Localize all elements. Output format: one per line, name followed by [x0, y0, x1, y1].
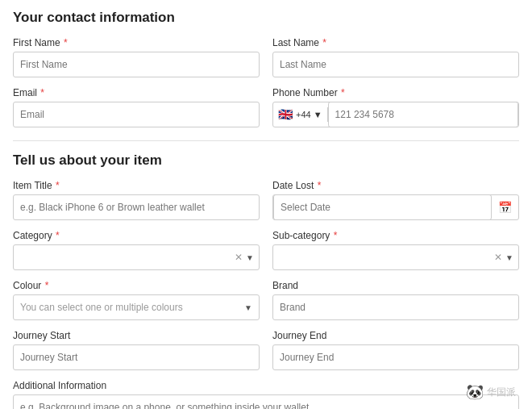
flag-dropdown-icon[interactable]: ▼ — [314, 110, 322, 119]
journey-end-group: Journey End — [272, 330, 519, 370]
first-name-group: First Name * — [13, 37, 260, 77]
subcategory-arrow-icon[interactable]: ▼ — [505, 253, 513, 262]
contact-title: Your contact information — [13, 10, 519, 26]
item-title-input[interactable] — [13, 194, 260, 220]
brand-group: Brand — [272, 280, 519, 320]
email-group: Email * — [13, 87, 260, 127]
colour-label: Colour * — [13, 280, 260, 291]
calendar-icon[interactable]: 📅 — [492, 201, 518, 214]
brand-label: Brand — [272, 280, 519, 291]
journey-end-input[interactable] — [272, 344, 519, 370]
phone-label: Phone Number * — [272, 87, 519, 98]
colour-group: Colour * You can select one or multiple … — [13, 280, 260, 320]
subcategory-group: Sub-category * ✕ ▼ — [272, 230, 519, 270]
flag-icon: 🇬🇧 — [278, 107, 293, 122]
journey-row: Journey Start Journey End — [13, 330, 519, 370]
subcategory-label: Sub-category * — [272, 230, 519, 241]
last-name-label: Last Name * — [272, 37, 519, 48]
date-lost-group: Date Lost * 📅 — [272, 180, 519, 220]
category-group: Category * ✕ ▼ — [13, 230, 260, 270]
first-name-label: First Name * — [13, 37, 260, 48]
last-name-input[interactable] — [272, 52, 519, 77]
last-name-group: Last Name * — [272, 37, 519, 77]
watermark: 🐼 华国派 — [466, 383, 516, 401]
additional-info-label: Additional Information — [13, 380, 519, 391]
category-arrow-icon[interactable]: ▼ — [246, 253, 254, 262]
phone-wrapper: 🇬🇧 +44 ▼ — [272, 102, 519, 127]
category-label: Category * — [13, 230, 260, 241]
first-name-input[interactable] — [13, 52, 260, 77]
journey-start-group: Journey Start — [13, 330, 260, 370]
email-label: Email * — [13, 87, 260, 98]
item-title-label: Item Title * — [13, 180, 260, 191]
colour-placeholder: You can select one or multiple colours — [20, 302, 244, 313]
item-title-row: Item Title * Date Lost * 📅 — [13, 180, 519, 220]
item-title-group: Item Title * — [13, 180, 260, 220]
section-divider — [13, 140, 519, 141]
additional-info-group: Additional Information 0 / 500 — [13, 380, 519, 409]
date-input[interactable] — [273, 194, 492, 220]
colour-brand-row: Colour * You can select one or multiple … — [13, 280, 519, 320]
brand-input[interactable] — [272, 294, 519, 320]
phone-input[interactable] — [328, 102, 518, 127]
phone-flag[interactable]: 🇬🇧 +44 ▼ — [273, 107, 328, 122]
phone-group: Phone Number * 🇬🇧 +44 ▼ — [272, 87, 519, 127]
category-select[interactable]: ✕ ▼ — [13, 244, 260, 270]
additional-info-textarea[interactable] — [13, 394, 519, 409]
journey-start-label: Journey Start — [13, 330, 260, 341]
watermark-icon: 🐼 — [466, 383, 484, 401]
journey-start-input[interactable] — [13, 344, 260, 370]
contact-row: Email * Phone Number * 🇬🇧 +44 ▼ — [13, 87, 519, 127]
name-row: First Name * Last Name * — [13, 37, 519, 77]
category-row: Category * ✕ ▼ Sub-category * ✕ ▼ — [13, 230, 519, 270]
subcategory-select[interactable]: ✕ ▼ — [272, 244, 519, 270]
item-title: Tell us about your item — [13, 152, 519, 169]
colour-arrow-icon[interactable]: ▼ — [244, 303, 252, 312]
email-input[interactable] — [13, 102, 260, 127]
category-clear-icon[interactable]: ✕ — [235, 252, 243, 263]
colour-select[interactable]: You can select one or multiple colours ▼ — [13, 294, 260, 320]
subcategory-clear-icon[interactable]: ✕ — [494, 252, 502, 263]
journey-end-label: Journey End — [272, 330, 519, 341]
watermark-text: 华国派 — [487, 386, 516, 399]
date-lost-label: Date Lost * — [272, 180, 519, 191]
date-wrapper: 📅 — [272, 194, 519, 220]
country-code: +44 — [296, 110, 311, 119]
